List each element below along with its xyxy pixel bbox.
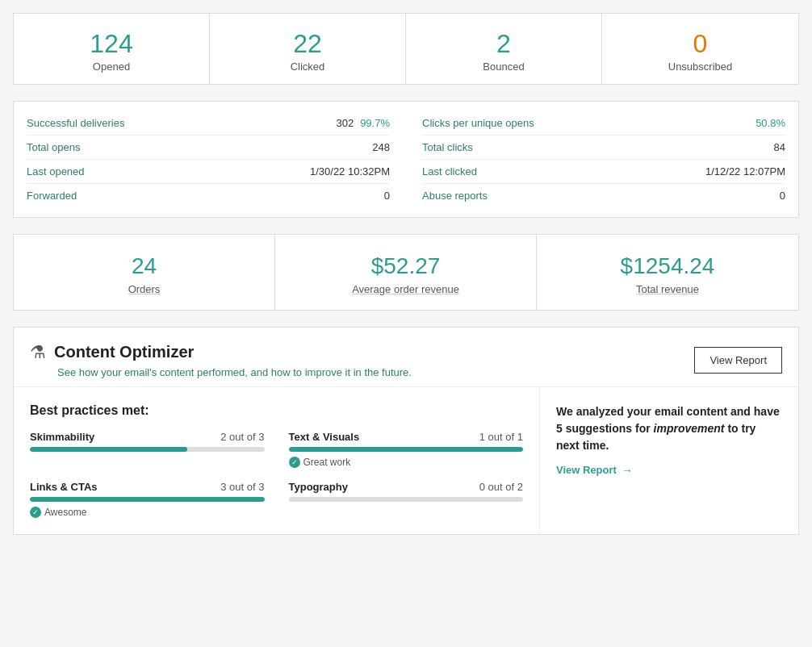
practices-grid: Skimmability 2 out of 3 Text & Visuals 1… <box>30 431 523 518</box>
stat-bounced: 2 Bounced <box>406 14 602 84</box>
metric-value-opens: 248 <box>372 141 390 153</box>
practice-skimmability: Skimmability 2 out of 3 <box>30 431 265 468</box>
progress-fill-links <box>30 497 265 502</box>
revenue-total: $1254.24 Total revenue <box>537 235 798 310</box>
metric-value-clicks-unique: 50.8% <box>755 117 785 129</box>
progress-fill-text-visuals <box>289 447 524 452</box>
progress-bg-links <box>30 497 265 502</box>
optimizer-section: ⚗ Content Optimizer See how your email's… <box>13 327 799 535</box>
view-report-button[interactable]: View Report <box>694 347 782 374</box>
metric-forwarded: Forwarded 0 <box>27 184 390 207</box>
revenue-orders: 24 Orders <box>14 235 275 310</box>
avg-order-number: $52.27 <box>283 253 528 280</box>
metric-value-deliveries: 302 <box>336 117 354 129</box>
view-report-link-label: View Report <box>556 464 617 476</box>
metric-value-last-opened: 1/30/22 10:32PM <box>310 165 390 177</box>
progress-bg-typography <box>289 497 524 502</box>
orders-number: 24 <box>22 253 266 280</box>
clicked-number: 22 <box>218 28 397 59</box>
arrow-right-icon: → <box>622 464 633 477</box>
stat-opened: 124 Opened <box>14 14 210 84</box>
metric-label-deliveries: Successful deliveries <box>27 117 124 129</box>
optimizer-title-area: ⚗ Content Optimizer See how your email's… <box>30 342 412 378</box>
practice-score-skimmability: 2 out of 3 <box>220 431 264 443</box>
metric-label-opens: Total opens <box>27 141 81 153</box>
check-icon-text-visuals: ✓ <box>289 457 300 468</box>
practice-score-links: 3 out of 3 <box>220 481 264 493</box>
practice-name-text-visuals: Text & Visuals <box>289 431 360 443</box>
badge-label-links: Awesome <box>44 507 86 518</box>
practice-name-links: Links & CTAs <box>30 481 98 493</box>
metric-total-opens: Total opens 248 <box>27 136 390 160</box>
opened-label: Opened <box>22 61 201 73</box>
practice-text-visuals: Text & Visuals 1 out of 1 ✓ Great work <box>289 431 524 468</box>
revenue-section: 24 Orders $52.27 Average order revenue $… <box>13 234 799 311</box>
metrics-section: Successful deliveries 302 99.7% Total op… <box>13 101 799 218</box>
total-revenue-number: $1254.24 <box>545 253 790 280</box>
practices-title: Best practices met: <box>30 403 523 418</box>
practice-score-typography: 0 out of 2 <box>479 481 523 493</box>
metric-abuse-reports: Abuse reports 0 <box>422 184 785 207</box>
progress-fill-skimmability <box>30 447 187 452</box>
metric-successful-deliveries: Successful deliveries 302 99.7% <box>27 111 390 136</box>
check-icon-links: ✓ <box>30 507 41 518</box>
metric-label-last-opened: Last opened <box>27 165 85 177</box>
practice-name-skimmability: Skimmability <box>30 431 94 443</box>
unsubscribed-number: 0 <box>610 28 790 59</box>
optimizer-header: ⚗ Content Optimizer See how your email's… <box>14 328 798 387</box>
practice-score-text-visuals: 1 out of 1 <box>479 431 523 443</box>
stat-unsubscribed: 0 Unsubscribed <box>602 14 798 84</box>
practice-name-typography: Typography <box>289 481 348 493</box>
bounced-label: Bounced <box>414 61 593 73</box>
metric-last-clicked: Last clicked 1/12/22 12:07PM <box>422 160 785 184</box>
orders-label: Orders <box>22 283 266 295</box>
metric-last-opened: Last opened 1/30/22 10:32PM <box>27 160 390 184</box>
metrics-left: Successful deliveries 302 99.7% Total op… <box>27 111 390 207</box>
view-report-link[interactable]: View Report → <box>556 464 782 477</box>
metric-clicks-unique-opens: Clicks per unique opens 50.8% <box>422 111 785 136</box>
clicked-label: Clicked <box>218 61 397 73</box>
metric-value-last-clicked: 1/12/22 12:07PM <box>705 165 785 177</box>
opened-number: 124 <box>22 28 201 59</box>
metric-value-total-clicks: 84 <box>774 141 785 153</box>
metric-label-forwarded: Forwarded <box>27 190 77 202</box>
practices-panel: Best practices met: Skimmability 2 out o… <box>14 387 540 534</box>
optimizer-body: Best practices met: Skimmability 2 out o… <box>14 387 798 534</box>
avg-order-label: Average order revenue <box>283 283 528 295</box>
metric-pct-deliveries: 99.7% <box>360 117 390 129</box>
suggestions-text: We analyzed your email content and have … <box>556 403 782 454</box>
metric-label-total-clicks: Total clicks <box>422 141 473 153</box>
metric-value-forwarded: 0 <box>384 190 390 202</box>
progress-bg-text-visuals <box>289 447 524 452</box>
stat-clicked: 22 Clicked <box>210 14 406 84</box>
suggestions-panel: We analyzed your email content and have … <box>540 387 798 534</box>
metric-value-abuse: 0 <box>780 190 785 202</box>
unsubscribed-label: Unsubscribed <box>610 61 790 73</box>
optimizer-subtitle: See how your email's content performed, … <box>30 366 412 378</box>
metric-label-last-clicked: Last clicked <box>422 165 477 177</box>
practice-links-ctas: Links & CTAs 3 out of 3 ✓ Awesome <box>30 481 265 518</box>
optimizer-title: Content Optimizer <box>54 343 194 361</box>
practice-badge-text-visuals: ✓ Great work <box>289 457 524 468</box>
practice-typography: Typography 0 out of 2 <box>289 481 524 518</box>
badge-label-text-visuals: Great work <box>303 457 351 468</box>
flask-icon: ⚗ <box>30 342 46 363</box>
metric-total-clicks: Total clicks 84 <box>422 136 785 160</box>
metric-label-clicks-unique: Clicks per unique opens <box>422 117 534 129</box>
practice-badge-links: ✓ Awesome <box>30 507 265 518</box>
revenue-avg-order: $52.27 Average order revenue <box>275 235 537 310</box>
bounced-number: 2 <box>414 28 593 59</box>
metric-label-abuse: Abuse reports <box>422 190 488 202</box>
total-revenue-label: Total revenue <box>545 283 790 295</box>
progress-bg-skimmability <box>30 447 265 452</box>
stats-top-row: 124 Opened 22 Clicked 2 Bounced 0 Unsubs… <box>13 13 799 85</box>
metrics-right: Clicks per unique opens 50.8% Total clic… <box>422 111 785 207</box>
